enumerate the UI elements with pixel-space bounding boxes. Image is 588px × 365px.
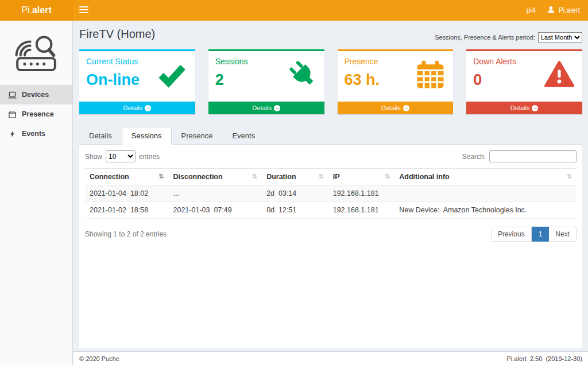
plug-icon (288, 59, 318, 91)
footer: © 2020 Puche Pi.alert 2.50 (2019-12-30) (74, 351, 588, 365)
pagination: Previous 1 Next (491, 227, 577, 242)
footer-copyright: © 2020 Puche (79, 355, 119, 362)
sidebar-toggle-button[interactable] (73, 0, 95, 21)
sidebar-menu: Devices Presence Events (0, 85, 72, 143)
hamburger-icon (79, 6, 88, 15)
column-header-connection[interactable]: Connection⇅ (85, 169, 169, 185)
pagination-next-button[interactable]: Next (549, 227, 577, 242)
brand-prefix: Pi. (21, 5, 32, 15)
brand-logo[interactable]: Pi.alert (0, 0, 73, 21)
details-link[interactable]: Details→ (466, 102, 582, 114)
card-body: Down Alerts 0 (466, 51, 582, 102)
page-length-control: Show 10 entries (85, 150, 160, 162)
sidebar-item-label: Events (22, 130, 45, 138)
brand-bold: alert (32, 5, 52, 15)
table-header-row: Connection⇅ Disconnection⇅ Duration⇅ IP⇅… (85, 169, 577, 185)
user-icon (547, 6, 555, 15)
period-select[interactable]: Last Month (538, 32, 582, 42)
user-menu-label: Pi.alert (559, 6, 580, 14)
current-status-card: Current Status On-line Details→ (79, 49, 195, 114)
card-body: Presence 63 h. (338, 51, 454, 102)
summary-cards: Current Status On-line Details→ Sessions… (79, 49, 582, 114)
hostname-label: pi4 (527, 6, 536, 14)
search-label: Search: (462, 153, 486, 161)
cell-additional-info (394, 185, 577, 202)
table-summary: Showing 1 to 2 of 2 entries (85, 230, 167, 238)
arrow-circle-icon: → (274, 105, 280, 111)
column-header-additional-info[interactable]: Additional info⇅ (394, 169, 577, 185)
cell-ip: 192.168.1.181 (328, 202, 395, 219)
table-footer: Showing 1 to 2 of 2 entries Previous 1 N… (85, 227, 577, 242)
pagination-previous-button[interactable]: Previous (491, 227, 532, 242)
column-header-disconnection[interactable]: Disconnection⇅ (169, 169, 262, 185)
tab-presence[interactable]: Presence (172, 127, 223, 145)
sidebar-item-devices[interactable]: Devices (0, 85, 72, 104)
warning-icon (543, 59, 575, 91)
navbar-right: pi4 Pi.alert (527, 0, 588, 21)
cell-duration: 2d 03:14 (262, 185, 328, 202)
arrow-circle-icon: → (532, 105, 538, 111)
sidebar-item-label: Presence (22, 110, 54, 118)
sort-icon: ⇅ (318, 173, 323, 180)
footer-version: Pi.alert 2.50 (2019-12-30) (507, 355, 582, 362)
period-label: Sessions, Presence & Alerts period: (435, 34, 535, 41)
card-body: Current Status On-line (79, 51, 195, 102)
page-size-select[interactable]: 10 (106, 150, 136, 162)
user-menu[interactable]: Pi.alert (547, 6, 580, 15)
sidebar-item-label: Devices (22, 91, 49, 99)
check-icon (155, 59, 188, 91)
laptop-icon (7, 91, 17, 99)
pagination-page-1-button[interactable]: 1 (532, 227, 550, 242)
sort-icon: ⇅ (252, 173, 257, 180)
down-alerts-card: Down Alerts 0 Details→ (466, 49, 582, 114)
arrow-circle-icon: → (145, 105, 151, 111)
sort-icon: ⇅ (158, 173, 164, 180)
device-tabs: Details Sessions Presence Events (79, 127, 582, 145)
sidebar: Devices Presence Events (0, 21, 73, 365)
show-label: Show (85, 153, 102, 161)
calendar-icon (415, 59, 446, 93)
column-header-duration[interactable]: Duration⇅ (262, 169, 328, 185)
column-header-ip[interactable]: IP⇅ (328, 169, 395, 185)
entries-label: entries (139, 153, 160, 161)
sort-icon: ⇅ (567, 173, 572, 180)
table-controls: Show 10 entries Search: (85, 150, 577, 162)
pialert-logo-icon (11, 30, 61, 76)
page-title: FireTV (Home) (79, 28, 155, 41)
details-link[interactable]: Details→ (338, 102, 454, 114)
card-body: Sessions 2 (208, 51, 324, 102)
top-navbar: Pi.alert pi4 Pi.alert (0, 0, 588, 21)
cell-disconnection: ... (169, 185, 262, 202)
sidebar-item-presence[interactable]: Presence (0, 104, 72, 124)
tab-details[interactable]: Details (79, 127, 122, 145)
period-control: Sessions, Presence & Alerts period: Last… (435, 32, 582, 42)
main-content: FireTV (Home) Sessions, Presence & Alert… (74, 21, 588, 351)
sort-icon: ⇅ (385, 173, 390, 180)
table-row: 2021-01-02 18:58 2021-01-03 07:49 0d 12:… (85, 202, 577, 219)
tab-sessions[interactable]: Sessions (122, 127, 172, 145)
cell-ip: 192.168.1.181 (328, 185, 395, 202)
presence-card: Presence 63 h. (338, 49, 454, 114)
cell-duration: 0d 12:51 (262, 202, 328, 219)
cell-connection: 2021-01-02 18:58 (85, 202, 169, 219)
cell-connection: 2021-01-04 18:02 (85, 185, 169, 202)
sessions-table: Connection⇅ Disconnection⇅ Duration⇅ IP⇅… (85, 168, 577, 219)
cell-disconnection: 2021-01-03 07:49 (169, 202, 262, 219)
cell-additional-info: New Device: Amazon Technologies Inc. (394, 202, 577, 219)
details-link[interactable]: Details→ (208, 102, 324, 114)
details-link[interactable]: Details→ (79, 102, 195, 114)
sessions-panel: Show 10 entries Search: Connection⇅ Disc… (79, 145, 582, 348)
table-row: 2021-01-04 18:02 ... 2d 03:14 192.168.1.… (85, 185, 577, 202)
arrow-circle-icon: → (403, 105, 409, 111)
tab-events[interactable]: Events (222, 127, 265, 145)
search-input[interactable] (489, 150, 577, 162)
sessions-card: Sessions 2 Details→ (208, 49, 324, 114)
content-header: FireTV (Home) Sessions, Presence & Alert… (79, 25, 582, 42)
sidebar-item-events[interactable]: Events (0, 124, 72, 143)
bolt-icon (7, 130, 17, 138)
search-control: Search: (462, 150, 577, 162)
calendar-icon (7, 111, 17, 118)
